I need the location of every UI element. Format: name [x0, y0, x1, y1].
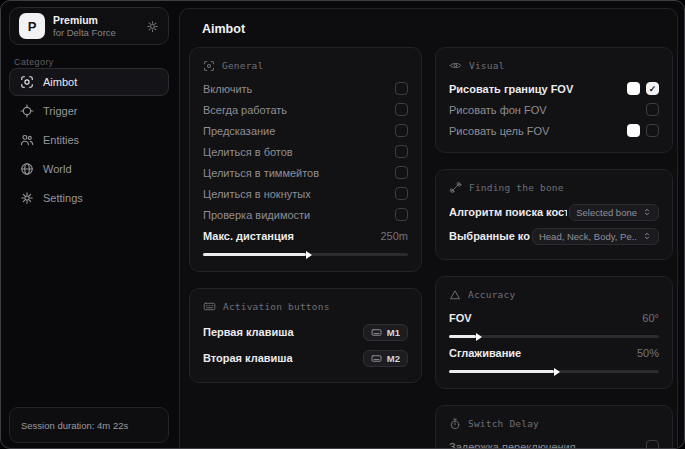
sidebar-item-aimbot[interactable]: Aimbot — [9, 68, 169, 96]
unfold-icon — [642, 207, 652, 217]
app-window: P Premium for Delta Force Category — [0, 0, 685, 449]
slider-fill — [449, 335, 476, 338]
gear-icon — [20, 191, 34, 205]
keybind-label: Первая клавиша — [203, 326, 294, 338]
brand-logo: P — [19, 13, 45, 39]
selected-bones-value: Head, Neck, Body, Pe.. — [539, 231, 637, 242]
sidebar-item-entities[interactable]: Entities — [9, 126, 169, 154]
category-label: Category — [14, 57, 54, 67]
panel-title: Visual — [469, 60, 505, 71]
fov-row: FOV 60° — [449, 307, 659, 328]
toggle-label: Проверка видимости — [203, 209, 310, 221]
sidebar-item-world[interactable]: World — [9, 155, 169, 183]
left-column: General Включить Всегда работать Предска… — [189, 47, 422, 383]
toggle-row-visibility-check: Проверка видимости — [203, 204, 408, 225]
main-panel: Aimbot General Включить — [179, 8, 678, 449]
smoothing-label: Сглаживание — [449, 347, 521, 359]
visual-label: Рисовать фон FOV — [449, 104, 547, 116]
triangle-icon — [449, 289, 461, 301]
checkbox[interactable] — [646, 440, 659, 449]
trigger-crosshair-icon — [20, 104, 34, 118]
activation-buttons-panel: Activation buttons Первая клавиша M1 — [189, 288, 422, 383]
smoothing-row: Сглаживание 50% — [449, 342, 659, 363]
gear-icon[interactable] — [146, 20, 159, 33]
bone-icon — [449, 181, 462, 194]
toggle-row-prediction: Предсказание — [203, 120, 408, 141]
session-duration-card: Session duration: 4m 22s — [9, 407, 169, 443]
slider-fill — [449, 370, 554, 373]
checkbox[interactable] — [395, 82, 408, 95]
accuracy-panel: Accuracy FOV 60° Сглаживание 50% — [435, 276, 673, 389]
checkbox[interactable] — [395, 187, 408, 200]
bone-algorithm-value: Selected bone — [576, 207, 637, 218]
brand-card: P Premium for Delta Force — [9, 7, 169, 45]
keybind-value: M1 — [387, 327, 400, 338]
panel-title: Finding the bone — [469, 182, 564, 193]
keybind-label: Вторая клавиша — [203, 352, 293, 364]
panel-title: Switch Delay — [468, 418, 539, 429]
right-column: Visual Рисовать границу FOV Рисовать фон… — [435, 47, 673, 449]
brand-title: Premium — [53, 14, 116, 27]
visual-row-fov-background: Рисовать фон FOV — [449, 99, 659, 120]
general-panel-header: General — [203, 57, 408, 74]
slider-thumb[interactable] — [554, 368, 560, 376]
checkbox[interactable] — [395, 145, 408, 158]
globe-icon — [20, 162, 34, 176]
checkbox[interactable] — [395, 103, 408, 116]
toggle-row-target-knocked: Целиться в нокнутых — [203, 183, 408, 204]
fov-slider[interactable] — [449, 335, 659, 338]
fov-label: FOV — [449, 312, 472, 324]
keybind-row-second: Вторая клавиша M2 — [203, 345, 408, 371]
toggle-label: Целиться в нокнутых — [203, 188, 311, 200]
slider-thumb[interactable] — [306, 251, 312, 259]
visual-row-fov-border: Рисовать границу FOV — [449, 78, 659, 99]
max-distance-slider[interactable] — [203, 253, 408, 256]
bone-algorithm-select[interactable]: Selected bone — [569, 204, 659, 221]
switch-delay-toggle-row: Задержка переключения — [449, 436, 659, 449]
scan-icon — [203, 60, 215, 72]
sidebar-item-label: Aimbot — [43, 76, 77, 88]
toggle-label: Целиться в тиммейтов — [203, 167, 319, 179]
slider-thumb[interactable] — [476, 333, 482, 341]
visual-panel: Visual Рисовать границу FOV Рисовать фон… — [435, 47, 673, 153]
checkbox[interactable] — [395, 124, 408, 137]
accuracy-panel-header: Accuracy — [449, 286, 659, 303]
bone-panel-header: Finding the bone — [449, 179, 659, 196]
keyboard-icon — [203, 300, 216, 313]
keybind-button-second[interactable]: M2 — [363, 350, 408, 367]
checkbox[interactable] — [395, 166, 408, 179]
keyboard-icon — [371, 327, 382, 338]
keybind-button-first[interactable]: M1 — [363, 324, 408, 341]
color-swatch[interactable] — [627, 124, 640, 137]
toggle-label: Включить — [203, 83, 252, 95]
finding-bone-panel: Finding the bone Алгоритм поиска кост Se… — [435, 169, 673, 260]
page-title: Aimbot — [202, 22, 245, 36]
toggle-row-enable: Включить — [203, 78, 408, 99]
slider-fill — [203, 253, 306, 256]
keybind-row-first: Первая клавиша M1 — [203, 319, 408, 345]
checkbox[interactable] — [395, 208, 408, 221]
checkbox[interactable] — [646, 124, 659, 137]
fov-value: 60° — [642, 312, 659, 324]
max-distance-row: Макс. дистанция 250m — [203, 225, 408, 246]
keyboard-icon — [371, 353, 382, 364]
checkbox[interactable] — [646, 82, 659, 95]
slider-label: Макс. дистанция — [203, 230, 294, 242]
color-swatch[interactable] — [627, 82, 640, 95]
sidebar-item-trigger[interactable]: Trigger — [9, 97, 169, 125]
aimbot-crosshair-icon — [20, 75, 34, 89]
switch-delay-panel-header: Switch Delay — [449, 415, 659, 432]
toggle-label: Предсказание — [203, 125, 275, 137]
sidebar-item-settings[interactable]: Settings — [9, 184, 169, 212]
smoothing-value: 50% — [637, 347, 659, 359]
entities-users-icon — [20, 133, 34, 147]
toggle-row-target-bots: Целиться в ботов — [203, 141, 408, 162]
session-duration-text: Session duration: 4m 22s — [21, 420, 128, 431]
keybind-value: M2 — [387, 353, 400, 364]
bone-algorithm-label: Алгоритм поиска кост — [449, 206, 567, 218]
checkbox[interactable] — [646, 103, 659, 116]
sidebar-item-label: Entities — [43, 134, 79, 146]
smoothing-slider[interactable] — [449, 370, 659, 373]
sidebar-item-label: World — [43, 163, 72, 175]
selected-bones-select[interactable]: Head, Neck, Body, Pe.. — [532, 228, 659, 245]
